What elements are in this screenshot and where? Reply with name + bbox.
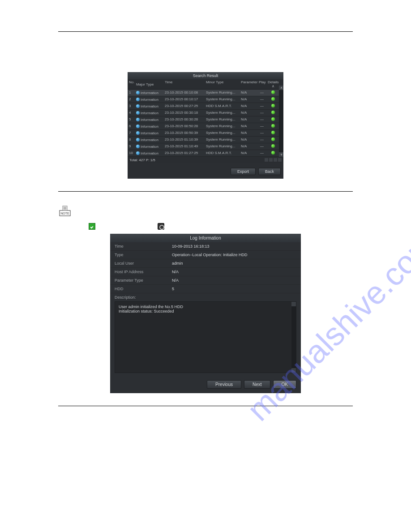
cell-no: 7 xyxy=(128,130,135,136)
gear-icon xyxy=(158,223,164,230)
details-icon xyxy=(271,111,275,114)
back-button[interactable]: Back xyxy=(258,168,281,175)
cell-minor: System Running... xyxy=(205,123,240,129)
cell-details[interactable] xyxy=(266,110,280,116)
divider xyxy=(58,191,353,192)
cell-time: 23-10-2015 00:50:28 xyxy=(163,123,205,129)
cell-major: Information xyxy=(135,90,163,96)
cell-param: N/A xyxy=(240,116,257,123)
col-major: Major Type xyxy=(135,79,163,89)
cell-play: — xyxy=(257,150,266,156)
cell-time: 23-10-2015 01:10:49 xyxy=(163,143,205,150)
table-row[interactable]: 1 Information23-10-2015 00:10:08System R… xyxy=(128,90,283,96)
info-icon xyxy=(136,98,140,101)
cell-details[interactable] xyxy=(266,137,280,143)
cell-play: — xyxy=(257,90,266,96)
cell-no: 6 xyxy=(128,123,135,129)
details-icon xyxy=(271,151,275,154)
cell-minor: System Running... xyxy=(205,90,240,96)
cell-param: N/A xyxy=(240,123,257,129)
table-row[interactable]: 4 Information23-10-2015 00:30:18System R… xyxy=(128,110,283,116)
scroll-up-icon[interactable]: ∧ xyxy=(279,86,283,90)
note-icon: NOTE xyxy=(58,204,72,219)
table-header-row: No. Major Type Time Minor Type Parameter… xyxy=(128,79,283,90)
svg-text:NOTE: NOTE xyxy=(60,212,69,215)
cell-play: — xyxy=(257,103,266,109)
table-row[interactable]: 10 Information23-10-2015 01:27:25HDD S.M… xyxy=(128,150,283,157)
cell-minor: System Running... xyxy=(205,130,240,136)
cell-play: — xyxy=(257,143,266,150)
export-button[interactable]: Export xyxy=(231,168,256,175)
cell-major: Information xyxy=(135,110,163,116)
field-parameter-type: Parameter TypeN/A xyxy=(110,276,301,285)
pager[interactable] xyxy=(265,158,282,162)
cell-minor: System Running... xyxy=(205,110,240,116)
info-icon xyxy=(136,91,140,94)
cell-param: N/A xyxy=(240,143,257,150)
description-box: User admin initialized the No.5 HDD Init… xyxy=(115,301,296,373)
info-icon xyxy=(136,104,140,108)
field-hdd: HDD5 xyxy=(110,285,301,293)
cell-details[interactable] xyxy=(266,90,280,96)
icon-legend xyxy=(58,222,353,230)
check-icon xyxy=(89,223,95,230)
previous-button[interactable]: Previous xyxy=(207,380,241,389)
table-row[interactable]: 8 Information23-10-2015 01:10:39System R… xyxy=(128,137,283,143)
table-row[interactable]: 2 Information23-10-2015 00:10:17System R… xyxy=(128,96,283,103)
cell-details[interactable] xyxy=(266,123,280,129)
cell-time: 23-10-2015 00:10:08 xyxy=(163,90,205,96)
cell-time: 23-10-2015 00:10:17 xyxy=(163,96,205,103)
cell-major: Information xyxy=(135,123,163,129)
cell-play: — xyxy=(257,137,266,143)
field-type: TypeOperation--Local Operation: Initiali… xyxy=(110,251,301,259)
col-param: Parameter xyxy=(240,79,257,89)
cell-time: 23-10-2015 00:30:18 xyxy=(163,110,205,116)
cell-no: 8 xyxy=(128,137,135,143)
table-row[interactable]: 7 Information23-10-2015 00:50:39System R… xyxy=(128,130,283,137)
chevron-up-icon[interactable]: ∧ xyxy=(272,84,274,88)
cell-details[interactable] xyxy=(266,116,280,123)
col-time: Time xyxy=(163,79,205,89)
cell-play: — xyxy=(257,130,266,136)
cell-details[interactable] xyxy=(266,103,280,109)
details-icon xyxy=(271,144,275,148)
table-scrollbar[interactable]: ∧ ∨ xyxy=(279,86,283,157)
description-scrollbar[interactable] xyxy=(291,302,296,373)
cell-minor: System Running... xyxy=(205,143,240,150)
next-button[interactable]: Next xyxy=(244,380,270,389)
cell-time: 23-10-2015 01:10:39 xyxy=(163,137,205,143)
log-information-panel: Log Information Time10-09-2013 16:18:13 … xyxy=(110,234,301,393)
table-row[interactable]: 5 Information23-10-2015 00:30:28System R… xyxy=(128,116,283,123)
info-icon xyxy=(136,111,140,115)
table-totals: Total: 427 P: 1/5 xyxy=(128,157,283,163)
cell-details[interactable] xyxy=(266,143,280,150)
table-row[interactable]: 3 Information23-10-2015 00:27:25HDD S.M.… xyxy=(128,103,283,110)
cell-major: Information xyxy=(135,116,163,123)
cell-minor: HDD S.M.A.R.T. xyxy=(205,103,240,109)
cell-major: Information xyxy=(135,130,163,136)
details-icon xyxy=(271,124,275,128)
cell-param: N/A xyxy=(240,137,257,143)
cell-details[interactable] xyxy=(266,96,280,103)
details-icon xyxy=(271,117,275,121)
log-info-title: Log Information xyxy=(110,234,301,242)
cell-no: 3 xyxy=(128,103,135,109)
cell-time: 23-10-2015 00:50:39 xyxy=(163,130,205,136)
cell-no: 1 xyxy=(128,90,135,96)
cell-major: Information xyxy=(135,96,163,103)
info-icon xyxy=(136,124,140,128)
details-icon xyxy=(271,97,275,101)
details-icon xyxy=(271,104,275,107)
cell-major: Information xyxy=(135,150,163,156)
cell-no: 2 xyxy=(128,96,135,103)
cell-details[interactable] xyxy=(266,150,280,156)
ok-button[interactable]: OK xyxy=(273,380,296,389)
cell-time: 23-10-2015 00:27:25 xyxy=(163,103,205,109)
table-row[interactable]: 6 Information23-10-2015 00:50:28System R… xyxy=(128,123,283,130)
scroll-down-icon[interactable]: ∨ xyxy=(279,152,283,157)
table-row[interactable]: 9 Information23-10-2015 01:10:49System R… xyxy=(128,143,283,150)
cell-details[interactable] xyxy=(266,130,280,136)
cell-minor: System Running... xyxy=(205,116,240,123)
totals-text: Total: 427 P: 1/5 xyxy=(129,158,155,162)
cell-time: 23-10-2015 01:27:25 xyxy=(163,150,205,156)
